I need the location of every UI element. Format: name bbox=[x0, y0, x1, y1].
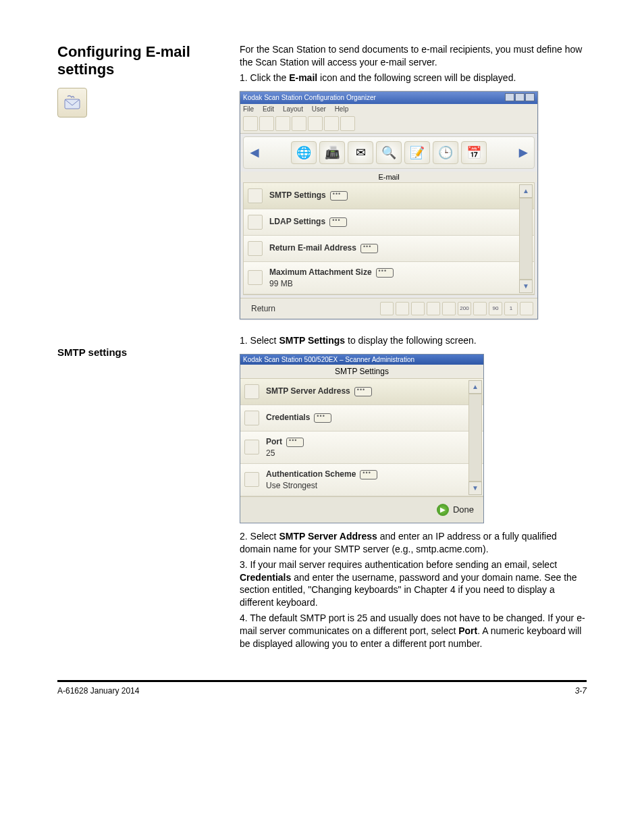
play-icon: ▶ bbox=[437, 504, 449, 516]
scanner-icon[interactable]: 🔍 bbox=[376, 141, 402, 164]
step-2-server-address: 2. Select SMTP Server Address and enter … bbox=[240, 530, 587, 556]
menu-layout[interactable]: Layout bbox=[283, 105, 303, 113]
more-icon bbox=[314, 413, 331, 423]
scroll-down-icon[interactable]: ▼ bbox=[468, 481, 482, 495]
window-title: Kodak Scan Station Configuration Organiz… bbox=[243, 94, 376, 101]
intro-paragraph: For the Scan Station to send documents t… bbox=[240, 43, 587, 69]
list-item-port[interactable]: Port 25 bbox=[240, 432, 483, 464]
more-icon bbox=[354, 387, 372, 396]
email-settings-list: ▲ ▼ SMTP Settings LDAP Settings Return E… bbox=[243, 182, 535, 295]
mini-icon[interactable] bbox=[411, 302, 425, 315]
more-icon bbox=[376, 268, 394, 278]
mini-icon-1[interactable]: 1 bbox=[504, 302, 518, 315]
checkbox[interactable] bbox=[244, 411, 259, 425]
toolbar-button[interactable] bbox=[340, 116, 355, 131]
clock-icon[interactable]: 🕒 bbox=[433, 141, 458, 164]
checkbox[interactable] bbox=[248, 241, 263, 256]
checkbox[interactable] bbox=[244, 472, 259, 487]
email-icon bbox=[57, 88, 87, 118]
step-smtp-select: 1. Select SMTP Settings to display the f… bbox=[240, 334, 587, 347]
list-item-max-attachment[interactable]: Maximum Attachment Size 99 MB bbox=[244, 262, 534, 294]
window-titlebar: Kodak Scan Station Configuration Organiz… bbox=[240, 92, 537, 104]
checkbox[interactable] bbox=[248, 270, 263, 285]
bottom-bar: Return 200 90 1 bbox=[240, 298, 537, 319]
page-footer: A-61628 January 2014 3-7 bbox=[57, 680, 587, 696]
heading-smtp-settings: SMTP settings bbox=[57, 346, 226, 358]
checkbox[interactable] bbox=[244, 384, 259, 399]
scroll-up-icon[interactable]: ▲ bbox=[519, 184, 533, 198]
nav-right-icon[interactable]: ▶ bbox=[518, 144, 529, 161]
mini-icon[interactable] bbox=[427, 302, 440, 315]
step-4-port: 4. The default SMTP port is 25 and usual… bbox=[240, 612, 587, 650]
list-item-smtp-server-address[interactable]: SMTP Server Address bbox=[240, 379, 483, 405]
checkbox[interactable] bbox=[244, 440, 259, 454]
list-item-auth-scheme[interactable]: Authentication Scheme Use Strongest bbox=[240, 464, 483, 496]
port-value: 25 bbox=[266, 448, 304, 458]
smtp-settings-window: Kodak Scan Station 500/520EX – Scanner A… bbox=[240, 354, 484, 523]
menu-file[interactable]: File bbox=[243, 105, 254, 113]
footer-page-number: 3-7 bbox=[575, 686, 587, 696]
step-1: 1. Click the E-mail icon and the followi… bbox=[240, 72, 587, 84]
toolbar-button[interactable] bbox=[243, 116, 258, 131]
toolbar-button[interactable] bbox=[292, 116, 306, 131]
menu-bar[interactable]: File Edit Layout User Help bbox=[240, 104, 537, 114]
more-icon bbox=[360, 244, 378, 253]
heading-configuring-email: Configuring E-mail settings bbox=[57, 43, 226, 78]
mini-icon[interactable] bbox=[380, 302, 394, 315]
window-titlebar: Kodak Scan Station 500/520EX – Scanner A… bbox=[240, 355, 483, 365]
list-item-ldap-settings[interactable]: LDAP Settings bbox=[244, 209, 534, 236]
scroll-down-icon[interactable]: ▼ bbox=[519, 280, 533, 293]
footer-doc-id: A-61628 January 2014 bbox=[57, 686, 139, 696]
fax-icon[interactable]: 📠 bbox=[319, 141, 345, 164]
auth-scheme-value: Use Strongest bbox=[266, 481, 377, 490]
email-category-icon[interactable]: ✉ bbox=[348, 141, 373, 164]
return-button[interactable]: Return bbox=[244, 301, 282, 316]
scrollbar-track[interactable] bbox=[468, 394, 482, 481]
toolbar-button[interactable] bbox=[259, 116, 274, 131]
category-icon-row: ◀ 🌐 📠 ✉ 🔍 📝 🕒 📅 ▶ bbox=[243, 136, 535, 169]
small-toolbar bbox=[240, 114, 537, 134]
window-subheading: SMTP Settings bbox=[240, 365, 483, 379]
list-item-return-email[interactable]: Return E-mail Address bbox=[244, 236, 534, 262]
step-3-credentials: 3. If your mail server requires authenti… bbox=[240, 558, 587, 610]
menu-edit[interactable]: Edit bbox=[263, 105, 274, 113]
config-organizer-window: Kodak Scan Station Configuration Organiz… bbox=[240, 91, 538, 319]
status-icon-strip: 200 90 1 bbox=[380, 302, 533, 315]
done-button[interactable]: ▶ Done bbox=[437, 504, 474, 516]
list-item-credentials[interactable]: Credentials bbox=[240, 405, 483, 432]
checkbox[interactable] bbox=[248, 188, 263, 203]
toolbar-button[interactable] bbox=[308, 116, 323, 131]
section-label-email: E-mail bbox=[240, 172, 537, 182]
more-icon bbox=[360, 470, 377, 479]
list-item-smtp-settings[interactable]: SMTP Settings bbox=[244, 183, 534, 209]
language-icon[interactable]: 🌐 bbox=[291, 141, 317, 164]
window-control-buttons[interactable] bbox=[504, 93, 535, 103]
mini-icon[interactable] bbox=[396, 302, 409, 315]
menu-user[interactable]: User bbox=[312, 105, 326, 113]
mini-icon[interactable] bbox=[520, 302, 533, 315]
scrollbar-track[interactable] bbox=[519, 198, 533, 280]
mini-icon[interactable] bbox=[442, 302, 456, 315]
checkbox[interactable] bbox=[248, 215, 263, 230]
mini-icon[interactable] bbox=[473, 302, 487, 315]
mini-icon-90[interactable]: 90 bbox=[489, 302, 502, 315]
menu-help[interactable]: Help bbox=[335, 105, 349, 113]
more-icon bbox=[330, 191, 348, 201]
edit-icon[interactable]: 📝 bbox=[404, 141, 430, 164]
nav-left-icon[interactable]: ◀ bbox=[249, 144, 260, 161]
scroll-up-icon[interactable]: ▲ bbox=[468, 380, 482, 394]
calendar-icon[interactable]: 📅 bbox=[461, 141, 487, 164]
mini-icon-200[interactable]: 200 bbox=[458, 302, 471, 315]
more-icon bbox=[286, 438, 304, 447]
toolbar-button[interactable] bbox=[324, 116, 339, 131]
toolbar-button[interactable] bbox=[275, 116, 290, 131]
more-icon bbox=[329, 217, 347, 227]
max-attachment-value: 99 MB bbox=[269, 279, 394, 288]
